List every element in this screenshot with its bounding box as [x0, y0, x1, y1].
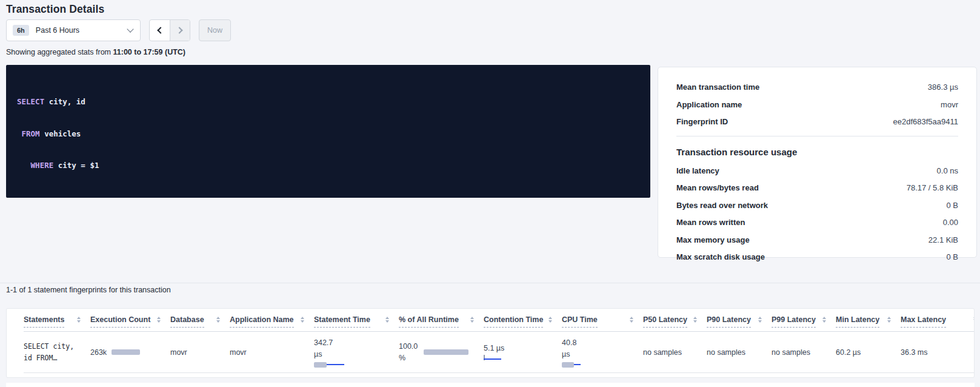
transaction-summary-card: Mean transaction time 386.3 µs Applicati…: [658, 67, 977, 258]
sort-icon[interactable]: [470, 317, 474, 323]
sql-line: SELECT city, id: [17, 96, 639, 107]
stats-time-range: 11:00 to 17:59 (UTC): [113, 48, 185, 56]
column-header-max-latency[interactable]: Max Latency: [901, 315, 974, 331]
divider: [676, 136, 958, 136]
statement-time-chart: [314, 362, 390, 368]
column-header-application-name[interactable]: Application Name: [230, 315, 314, 331]
section-divider: [0, 283, 980, 283]
summary-row: Mean rows/bytes read 78.17 / 5.8 KiB: [676, 179, 958, 197]
aggregated-stats-caption: Showing aggregated stats from 11:00 to 1…: [6, 48, 185, 56]
sort-icon[interactable]: [77, 317, 81, 323]
table-row: SELECT city, id FROM… 263k movr movr 342…: [24, 332, 974, 373]
column-header-min-latency[interactable]: Min Latency: [836, 315, 901, 331]
p90-latency-cell: no samples: [707, 348, 772, 357]
page-title: Transaction Details: [6, 3, 104, 16]
p99-latency-cell: no samples: [772, 348, 836, 357]
execution-count-cell: 263k: [90, 348, 170, 357]
summary-row: Bytes read over network 0 B: [676, 197, 958, 214]
column-header-statements[interactable]: Statements: [24, 315, 90, 331]
time-controls: 6h Past 6 Hours Now: [6, 19, 231, 41]
statements-table: Statements Execution Count Database Appl…: [6, 308, 975, 378]
resource-usage-title: Transaction resource usage: [676, 144, 958, 162]
max-latency-cell: 36.3 ms: [901, 348, 974, 357]
chevron-left-icon: [157, 27, 164, 33]
sql-line: FROM vehicles: [17, 129, 639, 140]
column-header-runtime-pct[interactable]: % of All Runtime: [399, 315, 484, 331]
column-header-contention-time[interactable]: Contention Time: [484, 315, 562, 331]
sort-icon[interactable]: [157, 317, 161, 323]
column-header-cpu-time[interactable]: CPU Time: [562, 315, 643, 331]
cpu-time-cell: 40.8µs: [562, 337, 643, 368]
sort-icon[interactable]: [216, 317, 220, 323]
runtime-pct-cell: 100.0%: [399, 341, 484, 364]
chevron-right-icon: [176, 27, 182, 33]
next-section-edge: [6, 383, 975, 387]
statement-time-bar: [314, 362, 327, 368]
time-range-badge: 6h: [13, 25, 29, 36]
sort-icon[interactable]: [630, 317, 633, 323]
database-cell: movr: [170, 348, 230, 357]
execution-count-bar: [112, 349, 140, 355]
previous-interval-button[interactable]: [150, 20, 170, 41]
statement-time-cell: 342.7µs: [314, 337, 399, 368]
sort-icon[interactable]: [887, 317, 891, 323]
cpu-time-chart: [562, 362, 635, 368]
sort-icon[interactable]: [758, 317, 762, 323]
sort-icon[interactable]: [822, 317, 826, 323]
time-range-label: Past 6 Hours: [36, 26, 128, 35]
summary-row: Idle latency 0.0 ns: [676, 162, 958, 180]
summary-row: Mean rows written 0.00: [676, 214, 958, 231]
chevron-down-icon: [127, 25, 133, 32]
main-row: SELECT city, id FROM vehicles WHERE city…: [6, 65, 977, 258]
sort-icon[interactable]: [548, 317, 552, 323]
contention-time-cell: 5.1 µs: [484, 344, 562, 361]
summary-row: Application name movr: [676, 96, 958, 113]
sql-statement-box: SELECT city, id FROM vehicles WHERE city…: [6, 65, 650, 198]
statement-cell: SELECT city, id FROM…: [24, 341, 90, 364]
statements-count-caption: 1-1 of 1 statement fingerprints for this…: [6, 286, 171, 294]
summary-row: Mean transaction time 386.3 µs: [676, 78, 958, 96]
contention-time-chart: [484, 355, 553, 361]
column-header-execution-count[interactable]: Execution Count: [90, 315, 170, 331]
column-header-database[interactable]: Database: [170, 315, 230, 331]
time-step-buttons: [149, 19, 190, 41]
next-interval-button[interactable]: [170, 20, 190, 41]
cpu-time-bar: [562, 362, 574, 368]
column-header-p90-latency[interactable]: P90 Latency: [707, 315, 772, 331]
runtime-pct-bar: [424, 349, 468, 355]
application-name-cell: movr: [230, 348, 314, 357]
sort-icon[interactable]: [301, 317, 304, 323]
sort-icon[interactable]: [693, 317, 697, 323]
column-header-p50-latency[interactable]: P50 Latency: [643, 315, 707, 331]
sql-line: WHERE city = $1: [17, 160, 639, 171]
summary-row: Max memory usage 22.1 KiB: [676, 231, 958, 249]
column-header-p99-latency[interactable]: P99 Latency: [772, 315, 836, 331]
min-latency-cell: 60.2 µs: [836, 348, 901, 357]
sort-icon[interactable]: [385, 317, 389, 323]
time-range-dropdown[interactable]: 6h Past 6 Hours: [6, 19, 141, 41]
now-button[interactable]: Now: [199, 19, 231, 41]
p50-latency-cell: no samples: [643, 348, 707, 357]
column-header-statement-time[interactable]: Statement Time: [314, 315, 399, 331]
summary-row: Fingerprint ID ee2df683f5aa9411: [676, 113, 958, 130]
sort-icon-clipped[interactable]: [973, 315, 975, 321]
contention-mean-line: [484, 358, 501, 360]
summary-row: Max scratch disk usage 0 B: [676, 248, 958, 266]
table-header-row: Statements Execution Count Database Appl…: [24, 309, 974, 332]
